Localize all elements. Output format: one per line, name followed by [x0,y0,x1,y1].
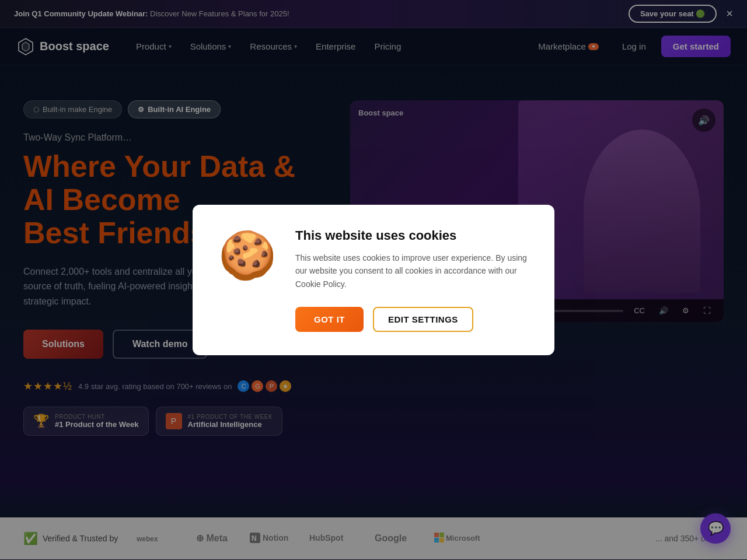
cookie-actions: GOT IT EDIT SETTINGS [295,307,529,332]
cookie-image: 🍪 [218,228,277,283]
cookie-text-block: This website uses cookies This website u… [295,228,529,332]
got-it-button[interactable]: GOT IT [295,307,364,332]
cookie-overlay: 🍪 This website uses cookies This website… [0,0,747,560]
edit-settings-button[interactable]: EDIT SETTINGS [373,307,473,332]
cookie-content: 🍪 This website uses cookies This website… [218,228,529,332]
cookie-modal: 🍪 This website uses cookies This website… [193,205,554,355]
cookie-description: This website uses cookies to improve use… [295,251,529,290]
cookie-title: This website uses cookies [295,228,529,243]
